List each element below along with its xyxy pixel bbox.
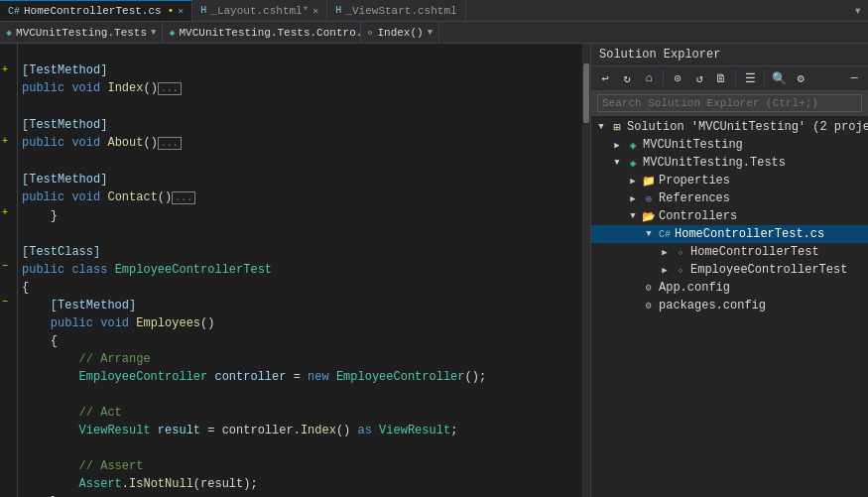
se-search-input[interactable] [597, 94, 862, 112]
code-lines[interactable]: [TestMethod] public void Index()... [Tes… [18, 44, 582, 497]
se-toolbar-sep3 [764, 70, 765, 86]
se-refresh-btn[interactable]: ↺ [689, 68, 709, 88]
mvc-project-label: MVCUnitTesting [643, 138, 743, 152]
tree-item-properties[interactable]: ▶ 📁 Properties [591, 172, 868, 189]
tree-item-references[interactable]: ▶ ⊕ References [591, 189, 868, 207]
tree-item-solution[interactable]: ▼ ⊞ Solution 'MVCUnitTesting' (2 project… [591, 118, 868, 136]
tree-item-ectest-class[interactable]: ▶ ⬦ EmployeeControllerTest [591, 261, 868, 279]
tree-item-appconfig[interactable]: ▶ ⚙ App.config [591, 279, 868, 297]
editor-scrollbar[interactable] [582, 44, 590, 497]
main-area: + + + − − [TestMethod] public void Index… [0, 44, 868, 497]
dropdown-label: MVCUnitTesting.Tests.Contro... [180, 27, 362, 39]
se-back-btn[interactable]: ↩ [595, 68, 615, 88]
chevron-down-icon3: ▼ [428, 28, 433, 38]
expand-icon-tests: ▼ [609, 155, 625, 171]
chevron-down-icon: ▼ [151, 28, 156, 38]
expand-icon-mvc: ▶ [609, 137, 625, 153]
tree-item-controllers[interactable]: ▼ 📂 Controllers [591, 207, 868, 225]
code-editor[interactable]: + + + − − [TestMethod] public void Index… [0, 44, 590, 497]
expand-icon-solution: ▼ [593, 119, 609, 135]
folder-icon-controllers: 📂 [641, 208, 657, 224]
se-toolbar-sep2 [735, 70, 736, 86]
class-icon-hctest: ⬦ [673, 244, 688, 260]
project-icon: ◈ [6, 27, 12, 39]
appconfig-label: App.config [659, 281, 730, 295]
tab-modified-dot: • [168, 5, 175, 17]
tab-layout[interactable]: H _Layout.cshtml* ✕ [192, 0, 327, 21]
se-search-box [591, 91, 868, 116]
tab-label: _ViewStart.cshtml [345, 5, 456, 17]
expand-icon-hctest: ▶ [657, 244, 673, 260]
references-icon: ⊕ [641, 190, 657, 206]
hctest-class-label: HomeControllerTest [690, 245, 819, 259]
solution-explorer-header: Solution Explorer [591, 44, 868, 66]
tab-label: HomeControllerTest.cs [24, 5, 162, 17]
solution-explorer-panel: Solution Explorer ↩ ↻ ⌂ ⊙ ↺ 🗎 ☰ 🔍 ⚙ — [590, 44, 868, 497]
solution-icon: ⊞ [609, 119, 625, 135]
tree-item-hctest-class[interactable]: ▶ ⬦ HomeControllerTest [591, 243, 868, 261]
tab-close[interactable]: ✕ [312, 5, 318, 17]
se-forward-btn[interactable]: ↻ [617, 68, 637, 88]
expand-icon-appconfig: ▶ [625, 280, 641, 296]
cs-file-icon: C# [657, 226, 673, 242]
tab-html-icon2: H [335, 5, 341, 16]
se-toolbar: ↩ ↻ ⌂ ⊙ ↺ 🗎 ☰ 🔍 ⚙ — [591, 66, 868, 91]
dropdown-label: Index() [377, 27, 423, 39]
solution-explorer-title: Solution Explorer [599, 48, 720, 62]
expand-icon-refs: ▶ [625, 190, 641, 206]
class-dropdown[interactable]: ◈ MVCUnitTesting.Tests ▼ [0, 22, 163, 43]
member-dropdown[interactable]: ◈ MVCUnitTesting.Tests.Contro... ▼ [163, 22, 361, 43]
config-icon-packages: ⚙ [641, 298, 657, 313]
references-label: References [659, 191, 730, 205]
dropdown-label: MVCUnitTesting.Tests [16, 27, 147, 39]
homecontroller-label: HomeControllerTest.cs [675, 227, 824, 241]
tab-html-icon: H [200, 5, 206, 16]
se-close-btn[interactable]: — [844, 68, 864, 88]
se-filter-btn[interactable]: ⚙ [791, 68, 810, 88]
tab-viewstart[interactable]: H _ViewStart.cshtml [327, 0, 465, 21]
se-toolbar-sep1 [663, 70, 664, 86]
tab-close[interactable]: ✕ [178, 5, 184, 17]
method-dropdown[interactable]: ⬦ Index() ▼ [361, 22, 439, 43]
ectest-class-label: EmployeeControllerTest [690, 263, 847, 277]
se-search-btn[interactable]: 🔍 [769, 68, 789, 88]
se-sync-btn[interactable]: ⊙ [668, 68, 687, 88]
folder-icon-props: 📁 [641, 173, 657, 188]
editor-gutter: + + + − − [0, 44, 18, 497]
se-newfile-btn[interactable]: 🗎 [711, 68, 731, 88]
project-icon-mvc: ◈ [625, 137, 641, 153]
expand-icon-packagesconfig: ▶ [625, 298, 641, 313]
expand-icon-homecontroller: ▼ [641, 226, 657, 242]
tab-label: _Layout.cshtml* [210, 5, 309, 17]
class-icon-ectest: ⬦ [673, 262, 688, 278]
project-icon-tests: ◈ [625, 155, 641, 171]
tab-homecontrollertest[interactable]: C# HomeControllerTest.cs • ✕ [0, 0, 192, 21]
tree-item-homecontroller[interactable]: ▼ C# HomeControllerTest.cs [591, 225, 868, 243]
tree-item-mvcunittesting[interactable]: ▶ ◈ MVCUnitTesting [591, 136, 868, 154]
se-tree: ▼ ⊞ Solution 'MVCUnitTesting' (2 project… [591, 116, 868, 497]
expand-icon-props: ▶ [625, 173, 641, 188]
se-props-btn[interactable]: ☰ [740, 68, 760, 88]
dropdown-bar: ◈ MVCUnitTesting.Tests ▼ ◈ MVCUnitTestin… [0, 22, 868, 44]
tree-item-packagesconfig[interactable]: ▶ ⚙ packages.config [591, 297, 868, 314]
tree-item-tests[interactable]: ▼ ◈ MVCUnitTesting.Tests [591, 154, 868, 172]
expand-icon-ectest: ▶ [657, 262, 673, 278]
tests-project-label: MVCUnitTesting.Tests [643, 156, 786, 170]
tab-collapse-button[interactable]: ▾ [848, 0, 868, 21]
expand-icon-controllers: ▼ [625, 208, 641, 224]
controllers-label: Controllers [659, 209, 737, 223]
config-icon-app: ⚙ [641, 280, 657, 296]
se-home-btn[interactable]: ⌂ [639, 68, 659, 88]
properties-label: Properties [659, 174, 730, 187]
method-icon: ⬦ [367, 27, 373, 38]
tab-bar: C# HomeControllerTest.cs • ✕ H _Layout.c… [0, 0, 868, 22]
packagesconfig-label: packages.config [659, 299, 766, 312]
class-icon: ◈ [169, 27, 175, 39]
solution-label: Solution 'MVCUnitTesting' (2 projects) [627, 120, 868, 134]
tab-cs-icon: C# [8, 6, 20, 17]
scrollbar-thumb[interactable] [583, 63, 589, 123]
